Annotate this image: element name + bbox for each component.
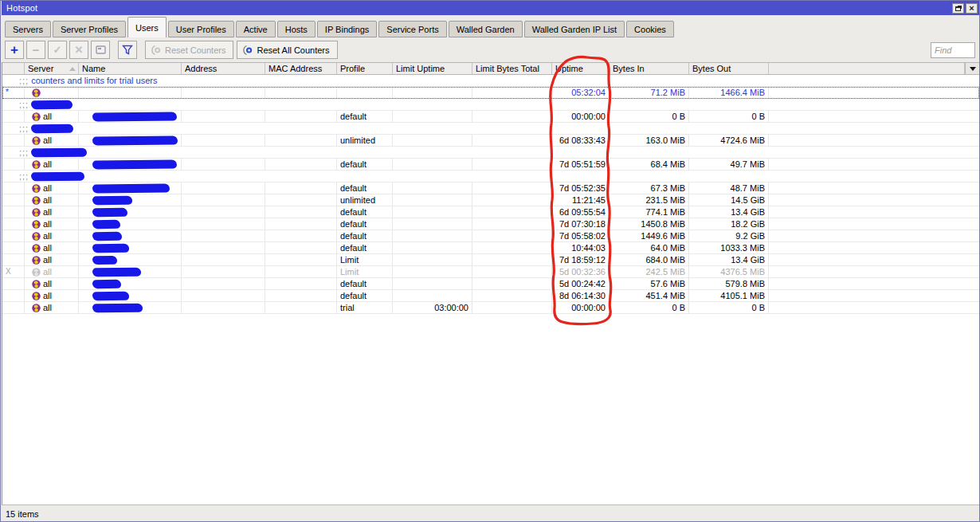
cell-filler	[769, 206, 979, 218]
reset-all-counters-label: Reset All Counters	[257, 45, 329, 55]
cell-name	[79, 111, 182, 123]
find-input[interactable]	[931, 42, 975, 58]
tab-hosts[interactable]: Hosts	[277, 21, 316, 37]
comment-row[interactable]: ;;;	[2, 171, 979, 183]
redacted-user-name	[92, 195, 132, 205]
hotspot-window: Hotspot × ServersServer ProfilesUsersUse…	[0, 0, 980, 522]
column-header-filler	[769, 63, 965, 74]
reset-counters-button[interactable]: Reset Counters	[145, 41, 233, 59]
cell-uptime: 6d 09:55:54	[552, 206, 610, 218]
tab-cookies[interactable]: Cookies	[626, 21, 674, 37]
user-row[interactable]: alltrial03:00:0000:00:000 B0 B	[2, 302, 979, 314]
copy-icon	[96, 45, 106, 55]
reset-all-counters-button[interactable]: Reset All Counters	[237, 41, 337, 59]
cell-bytes_in: 242.5 MiB	[610, 266, 689, 278]
user-row[interactable]: alldefault10:44:0364.0 MiB1033.3 MiB	[2, 242, 979, 254]
user-row[interactable]: allunlimited11:21:45231.5 MiB14.5 GiB	[2, 194, 979, 206]
filter-button[interactable]	[118, 41, 137, 59]
cell-server: all	[25, 111, 79, 123]
comment-marker: ;;;	[19, 76, 29, 85]
comment-row[interactable]: ;;;	[2, 123, 979, 135]
cell-limit_bytes_total	[472, 206, 552, 218]
user-row[interactable]: alldefault7d 05:51:5968.4 MiB49.7 MiB	[2, 159, 979, 171]
cell-server: all	[25, 206, 79, 218]
redacted-user-name	[92, 291, 129, 300]
tab-servers[interactable]: Servers	[5, 21, 51, 37]
cell-uptime: 7d 07:30:18	[552, 218, 610, 230]
cell-bytes_in: 57.6 MiB	[610, 278, 689, 290]
add-button[interactable]: +	[5, 41, 24, 59]
column-header-bytes_in[interactable]: Bytes In	[610, 63, 689, 74]
disable-button[interactable]: ✕	[69, 41, 88, 59]
cell-name	[79, 183, 182, 194]
column-header-flag[interactable]	[2, 63, 25, 74]
column-header-mac[interactable]: MAC Address	[265, 63, 337, 74]
user-row[interactable]: XallLimit5d 00:32:36242.5 MiB4376.5 MiB	[2, 266, 979, 278]
column-header-name[interactable]: Name	[79, 63, 182, 74]
tab-ip-bindings[interactable]: IP Bindings	[317, 21, 377, 37]
cell-profile: default	[337, 278, 393, 290]
column-header-bytes_out[interactable]: Bytes Out	[689, 63, 769, 74]
cell-limit_uptime	[393, 242, 472, 254]
tab-walled-garden[interactable]: Walled Garden	[449, 21, 523, 37]
comment-row[interactable]: ;;;	[2, 147, 979, 159]
restore-button[interactable]	[952, 3, 964, 14]
cell-bytes_out: 0 B	[689, 111, 769, 123]
user-row[interactable]: *05:32:0471.2 MiB1466.4 MiB	[2, 87, 979, 99]
column-header-uptime[interactable]: Uptime	[552, 63, 610, 74]
column-header-server[interactable]: Server	[25, 63, 79, 74]
cell-flag	[2, 206, 25, 218]
user-row[interactable]: alldefault00:00:000 B0 B	[2, 111, 979, 123]
cell-bytes_in: 67.3 MiB	[610, 183, 689, 194]
cell-profile: default	[337, 159, 393, 171]
column-header-limit_uptime[interactable]: Limit Uptime	[393, 63, 472, 74]
cell-bytes_out: 4376.5 MiB	[689, 266, 769, 278]
user-row[interactable]: alldefault5d 00:24:4257.6 MiB579.8 MiB	[2, 278, 979, 290]
remove-button[interactable]: −	[26, 41, 45, 59]
cell-limit_uptime	[393, 266, 472, 278]
tab-walled-garden-ip-list[interactable]: Walled Garden IP List	[524, 21, 625, 37]
hotspot-user-icon	[32, 292, 41, 300]
column-header-label: Bytes In	[613, 64, 645, 73]
user-row[interactable]: alldefault7d 07:30:181450.8 MiB18.2 GiB	[2, 218, 979, 230]
server-name: all	[43, 254, 52, 265]
user-row[interactable]: alldefault7d 05:58:021449.6 MiB9.2 GiB	[2, 230, 979, 242]
comment-row[interactable]: ;;;counters and limits for trial users	[2, 75, 979, 87]
enable-icon: ✓	[53, 44, 62, 56]
column-header-address[interactable]: Address	[182, 63, 265, 74]
cell-limit_bytes_total	[472, 266, 552, 278]
copy-button[interactable]	[91, 41, 110, 59]
tab-user-profiles[interactable]: User Profiles	[168, 21, 234, 37]
comment-row[interactable]: ;;;	[2, 99, 979, 111]
close-button[interactable]: ×	[966, 3, 978, 14]
tab-service-ports[interactable]: Service Ports	[378, 21, 446, 37]
hotspot-user-icon	[32, 280, 41, 288]
tab-active[interactable]: Active	[236, 21, 276, 37]
cell-bytes_out: 4724.6 MiB	[689, 135, 769, 147]
filter-icon	[122, 45, 133, 55]
cell-flag	[2, 278, 25, 290]
table-body: ;;;counters and limits for trial users*0…	[2, 75, 979, 314]
tab-users[interactable]: Users	[127, 17, 167, 37]
column-header-profile[interactable]: Profile	[337, 63, 393, 74]
column-select-dropdown[interactable]	[965, 63, 979, 74]
cell-address	[182, 183, 265, 194]
tab-server-profiles[interactable]: Server Profiles	[53, 21, 126, 37]
cell-bytes_in: 1450.8 MiB	[610, 218, 689, 230]
cell-profile: unlimited	[337, 135, 393, 147]
user-row[interactable]: alldefault8d 06:14:30451.4 MiB4105.1 MiB	[2, 290, 979, 302]
user-row[interactable]: allLimit7d 18:59:12684.0 MiB13.4 GiB	[2, 254, 979, 266]
cell-server: all	[25, 254, 79, 266]
enable-button[interactable]: ✓	[48, 41, 67, 59]
cell-profile	[337, 87, 393, 99]
user-row[interactable]: alldefault6d 09:55:54774.1 MiB13.4 GiB	[2, 206, 979, 218]
cell-bytes_out: 0 B	[689, 302, 769, 314]
server-name: all	[43, 206, 52, 218]
column-header-limit_bytes_total[interactable]: Limit Bytes Total	[472, 63, 552, 74]
redacted-user-name	[92, 219, 120, 228]
cell-server: all	[25, 302, 79, 314]
user-row[interactable]: allunlimited6d 08:33:43163.0 MiB4724.6 M…	[2, 135, 979, 147]
hotspot-user-icon	[32, 184, 41, 193]
user-row[interactable]: alldefault7d 05:52:3567.3 MiB48.7 MiB	[2, 183, 979, 194]
cell-flag	[2, 254, 25, 266]
